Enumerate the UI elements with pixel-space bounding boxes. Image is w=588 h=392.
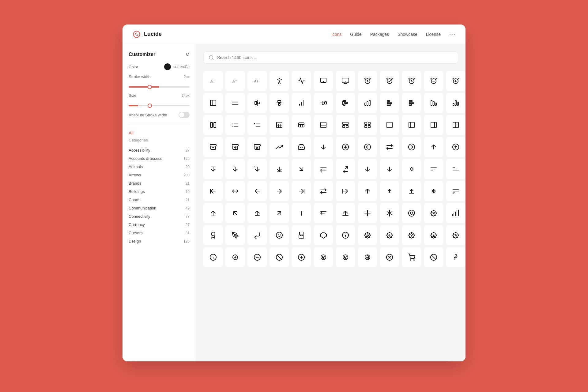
color-swatch[interactable]: currentCo (164, 63, 190, 70)
icon-album[interactable] (203, 93, 223, 113)
icon-arrow-down-circle[interactable] (336, 137, 355, 157)
icon-arrows-exchange[interactable] (314, 181, 333, 201)
icon-arrow-right-line[interactable] (336, 181, 355, 201)
icon-arrow-up-from-line[interactable] (203, 203, 223, 223)
nav-more-button[interactable]: ··· (449, 31, 456, 37)
category-brands[interactable]: Brands 21 (129, 179, 190, 187)
size-slider[interactable] (129, 105, 190, 106)
icon-arrow-up-circle[interactable] (446, 137, 466, 157)
all-categories-link[interactable]: All (129, 130, 190, 135)
icon-arrow-right-circle[interactable] (402, 137, 421, 157)
icon-columns[interactable] (203, 115, 223, 135)
icon-list[interactable] (225, 115, 245, 135)
icon-badge-x2[interactable] (446, 225, 466, 245)
icon-arrow-up[interactable] (424, 137, 443, 157)
icon-sort-desc[interactable] (314, 203, 333, 223)
icon-sort-asc4[interactable] (336, 203, 355, 223)
category-design[interactable]: Design 126 (129, 237, 190, 245)
icon-bar-chart[interactable] (292, 93, 311, 113)
icon-arrow-wavy[interactable] (358, 159, 377, 179)
icon-layout-grid[interactable] (358, 115, 377, 135)
icon-accessibility[interactable] (270, 71, 289, 91)
icon-alarm-plus[interactable] (446, 71, 466, 91)
icon-alarm-check[interactable] (380, 71, 399, 91)
icon-award[interactable] (203, 225, 223, 245)
icon-align-horizontal[interactable] (270, 93, 289, 113)
icon-circle-slash[interactable] (270, 247, 289, 267)
nav-showcase[interactable]: Showcase (398, 32, 417, 37)
icon-badge-help[interactable] (402, 225, 421, 245)
icon-arrows-sort[interactable] (424, 181, 443, 201)
icon-badge-x[interactable] (424, 203, 443, 223)
category-currency[interactable]: Currency 27 (129, 221, 190, 229)
icon-currency2[interactable] (314, 247, 333, 267)
icon-bar-chart-outline[interactable] (446, 93, 466, 113)
icon-archive-restore[interactable] (225, 137, 245, 157)
nav-license[interactable]: License (426, 32, 441, 37)
icon-currency4[interactable] (358, 247, 377, 267)
icon-arrow-left-to-line[interactable] (203, 181, 223, 201)
category-accessibility[interactable]: Accessibility 27 (129, 146, 190, 154)
category-buildings[interactable]: Buildings 19 (129, 187, 190, 196)
nav-packages[interactable]: Packages (370, 32, 389, 37)
icon-hexagon[interactable] (314, 225, 333, 245)
icon-arrow-up-right[interactable] (270, 203, 289, 223)
icon-arrow-down-smooth[interactable] (380, 159, 399, 179)
icon-arrow-no-up[interactable] (292, 203, 311, 223)
icon-airplay[interactable] (336, 71, 355, 91)
icon-bar-chart-h2[interactable] (402, 93, 421, 113)
icon-bar-chart-2[interactable] (358, 93, 377, 113)
icon-arrow-up-2[interactable] (358, 181, 377, 201)
icon-gantt-chart[interactable] (336, 93, 355, 113)
icon-alarm-minus[interactable] (424, 71, 443, 91)
icon-a-case[interactable]: Aa (247, 71, 267, 91)
icon-layout-panel-left[interactable] (402, 115, 421, 135)
icon-arrow-down-1[interactable] (203, 159, 223, 179)
icon-bar-chart-big[interactable] (424, 93, 443, 113)
icon-arrow-left-circle[interactable] (358, 137, 377, 157)
icon-list-collapse[interactable] (247, 115, 267, 135)
icon-align-end-h[interactable] (314, 93, 333, 113)
icon-align-vertical[interactable] (247, 93, 267, 113)
icon-ban[interactable] (424, 247, 443, 267)
abs-stroke-toggle[interactable] (179, 112, 190, 118)
icon-arrow-down-10[interactable]: 10 (225, 159, 245, 179)
icon-arrow-corner[interactable] (336, 159, 355, 179)
icon-circle-minus[interactable] (247, 247, 267, 267)
icon-activity[interactable] (292, 71, 311, 91)
icon-bar-chart-h[interactable] (380, 93, 399, 113)
icon-alarm-clock[interactable] (402, 71, 421, 91)
stroke-slider[interactable] (129, 86, 190, 88)
icon-align-justify[interactable] (225, 93, 245, 113)
icon-arrow-up-down[interactable] (446, 181, 466, 201)
icon-table-row[interactable] (314, 115, 333, 135)
icon-arrow-right[interactable] (270, 181, 289, 201)
icon-badge-euro[interactable] (380, 225, 399, 245)
icon-arrows-left-right[interactable] (225, 181, 245, 201)
icon-a-down[interactable]: A↓ (203, 71, 223, 91)
icon-arrow-down-to-line[interactable] (270, 159, 289, 179)
icon-asterisk[interactable] (380, 203, 399, 223)
nav-guide[interactable]: Guide (350, 32, 361, 37)
nav-icons[interactable]: Icons (331, 32, 341, 37)
icon-arrow-up-left[interactable] (225, 203, 245, 223)
icon-sort-asc3[interactable] (247, 203, 267, 223)
icon-arrow-up-down-2[interactable] (358, 203, 377, 223)
icon-sort-filter[interactable] (314, 159, 333, 179)
icon-backpack[interactable] (292, 225, 311, 245)
category-cursors[interactable]: Cursors 31 (129, 229, 190, 237)
category-charts[interactable]: Charts 21 (129, 196, 190, 204)
icon-layout-panel-right[interactable] (424, 115, 443, 135)
icon-currency3[interactable] (336, 247, 355, 267)
icon-person-walk[interactable] (446, 247, 466, 267)
icon-layout-panelh[interactable] (380, 115, 399, 135)
icon-a-up[interactable]: A↑ (225, 71, 245, 91)
icon-alarm[interactable] (358, 71, 377, 91)
icon-layout-template[interactable] (336, 115, 355, 135)
icon-at-sign[interactable] (402, 203, 421, 223)
category-animals[interactable]: Animals 20 (129, 163, 190, 171)
icon-pen-tool[interactable] (225, 225, 245, 245)
icon-shopping-cart[interactable] (402, 247, 421, 267)
icon-sort-down[interactable]: AZ (247, 159, 267, 179)
icon-circle-info[interactable] (203, 247, 223, 267)
